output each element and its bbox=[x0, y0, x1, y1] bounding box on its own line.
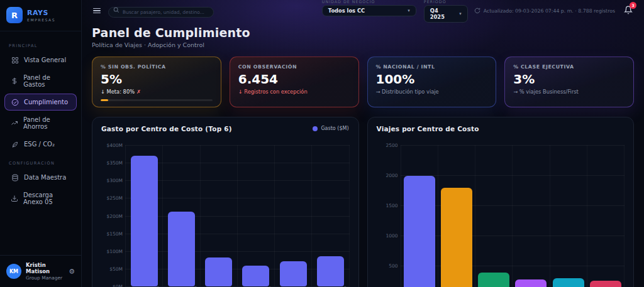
brand: R RAYS EMPRESAS bbox=[0, 0, 81, 31]
bars-layer bbox=[125, 145, 350, 286]
charts-row: Gasto por Centro de Costo (Top 6)Gasto (… bbox=[92, 117, 634, 287]
select-value: Q4 2025 bbox=[430, 8, 454, 20]
y-axis-tick: $100M bbox=[100, 248, 123, 254]
bar bbox=[590, 281, 621, 287]
kpi-card: % SIN OBS. POLÍTICA5%↓ Meta: 80%✗ bbox=[92, 57, 221, 107]
settings-gear-icon[interactable]: ⚙ bbox=[69, 268, 75, 276]
sidebar-section-label: CONFIGURACIÓN bbox=[9, 161, 72, 166]
main-content: UNIDAD DE NEGOCIOTodos los CC▾PERÍODOQ4 … bbox=[82, 0, 644, 287]
filter-group: UNIDAD DE NEGOCIOTodos los CC▾ bbox=[322, 0, 416, 23]
check-circle-icon bbox=[11, 98, 19, 106]
bar-slot bbox=[587, 145, 625, 287]
sidebar-section-label: PRINCIPAL bbox=[9, 43, 72, 48]
database-icon bbox=[11, 173, 19, 181]
chevron-down-icon: ▾ bbox=[459, 11, 462, 16]
sidebar-item-label: Cumplimiento bbox=[24, 99, 68, 106]
y-axis-tick: $0M bbox=[100, 284, 123, 287]
kpi-meta: ↓ Registros con excepción bbox=[238, 89, 350, 95]
bar bbox=[168, 212, 195, 286]
kpi-meta: → % viajes Business/First bbox=[513, 89, 625, 95]
bar-slot bbox=[238, 145, 275, 286]
bar-slot bbox=[438, 145, 475, 287]
bar bbox=[242, 266, 269, 286]
grid-icon bbox=[11, 56, 19, 64]
user-role: Group Manager bbox=[26, 275, 64, 281]
y-axis-tick: $50M bbox=[100, 266, 123, 271]
sidebar-item-esg-co[interactable]: ESG / CO₂ bbox=[4, 136, 77, 153]
updated-status: Actualizado: 09-03-2026 07:44 p. m. · 8.… bbox=[474, 8, 615, 14]
bar-slot bbox=[163, 145, 200, 286]
chart-title: Gasto por Centro de Costo (Top 6) bbox=[101, 125, 350, 133]
notification-badge: 3 bbox=[630, 2, 636, 9]
period-select[interactable]: Q4 2025▾ bbox=[424, 5, 468, 23]
y-axis-tick: 2000 bbox=[375, 173, 398, 178]
chart-plot: $0M$50M$100M$150M$200M$250M$300M$350M$40… bbox=[125, 145, 350, 286]
topbar: UNIDAD DE NEGOCIOTodos los CC▾PERÍODOQ4 … bbox=[92, 0, 634, 19]
kpi-meta: ↓ Meta: 80%✗ bbox=[101, 89, 213, 95]
business-unit-select[interactable]: Todos los CC▾ bbox=[322, 5, 416, 16]
page-head: Panel de Cumplimiento Política de Viajes… bbox=[92, 26, 634, 48]
bar bbox=[131, 156, 158, 286]
sidebar-item-descarga-anexo-05[interactable]: Descarga Anexo 05 bbox=[4, 187, 77, 210]
sidebar-item-cumplimiento[interactable]: Cumplimiento bbox=[4, 94, 77, 111]
filters: UNIDAD DE NEGOCIOTodos los CC▾PERÍODOQ4 … bbox=[322, 0, 468, 23]
refresh-icon[interactable] bbox=[474, 8, 480, 14]
bars-layer bbox=[401, 145, 625, 287]
sidebar-item-vista-general[interactable]: Vista General bbox=[4, 51, 77, 68]
kpi-value: 5% bbox=[101, 72, 213, 87]
sidebar-item-label: Descarga Anexo 05 bbox=[23, 192, 70, 205]
bar bbox=[404, 176, 435, 287]
bar bbox=[441, 188, 472, 287]
kpi-label: % CLASE EJECUTIVA bbox=[513, 64, 625, 70]
bar-slot bbox=[475, 145, 513, 287]
chevron-down-icon: ▾ bbox=[408, 8, 410, 13]
bar bbox=[280, 261, 307, 287]
sidebar-item-panel-de-gastos[interactable]: Panel de Gastos bbox=[4, 70, 77, 92]
y-axis-tick: 1500 bbox=[375, 203, 398, 208]
select-value: Todos los CC bbox=[328, 8, 365, 14]
y-axis-tick: $200M bbox=[100, 213, 123, 219]
kpi-progress-track bbox=[101, 99, 213, 101]
kpi-card: % NACIONAL / INTL100%→ Distribución tipo… bbox=[367, 57, 497, 107]
y-axis-tick: $400M bbox=[100, 143, 123, 148]
legend-dot bbox=[313, 126, 318, 131]
bar bbox=[515, 279, 547, 287]
menu-icon[interactable] bbox=[92, 7, 102, 15]
brand-logo: R bbox=[6, 7, 23, 23]
kpi-value: 3% bbox=[513, 72, 625, 87]
sidebar-item-data-maestra[interactable]: Data Maestra bbox=[4, 169, 77, 186]
kpi-label: CON OBSERVACIÓN bbox=[238, 64, 350, 70]
chart-plot: 05001000150020002500 bbox=[401, 145, 625, 287]
y-axis-tick: $250M bbox=[100, 195, 123, 201]
search-input[interactable] bbox=[108, 7, 214, 18]
bar bbox=[317, 256, 344, 286]
kpi-card: % CLASE EJECUTIVA3%→ % viajes Business/F… bbox=[504, 57, 634, 107]
bar bbox=[205, 257, 232, 286]
chart-panel: Viajes por Centro de Costo05001000150020… bbox=[367, 117, 635, 287]
sidebar-item-label: Panel de Gastos bbox=[23, 74, 70, 88]
legend-label: Gasto ($M) bbox=[321, 126, 348, 131]
user-name: Kristin Matison bbox=[26, 262, 64, 274]
download-icon bbox=[11, 195, 18, 203]
search-box bbox=[108, 4, 214, 18]
bar-slot bbox=[201, 145, 238, 286]
filter-group: PERÍODOQ4 2025▾ bbox=[424, 0, 468, 23]
sidebar-item-label: ESG / CO₂ bbox=[24, 141, 55, 148]
trend-up-icon bbox=[11, 119, 18, 127]
brand-subtitle: EMPRESAS bbox=[27, 18, 55, 22]
bar-slot bbox=[401, 145, 438, 287]
sidebar: R RAYS EMPRESAS PRINCIPALVista GeneralPa… bbox=[0, 0, 82, 287]
app-root: R RAYS EMPRESAS PRINCIPALVista GeneralPa… bbox=[0, 0, 644, 287]
kpi-value: 6.454 bbox=[238, 72, 350, 87]
page-title: Panel de Cumplimiento bbox=[92, 26, 634, 40]
y-axis-tick: 2500 bbox=[375, 143, 398, 148]
avatar: KM bbox=[6, 264, 21, 279]
bar-slot bbox=[275, 145, 312, 286]
sidebar-item-panel-de-ahorros[interactable]: Panel de Ahorros bbox=[4, 112, 77, 134]
notifications-button[interactable]: 3 bbox=[624, 5, 633, 17]
kpi-meta: → Distribución tipo viaje bbox=[376, 89, 488, 95]
bar bbox=[553, 278, 584, 287]
updated-text: Actualizado: 09-03-2026 07:44 p. m. · 8.… bbox=[484, 8, 615, 14]
kpi-label: % SIN OBS. POLÍTICA bbox=[101, 64, 213, 70]
dollar-icon bbox=[11, 77, 18, 85]
